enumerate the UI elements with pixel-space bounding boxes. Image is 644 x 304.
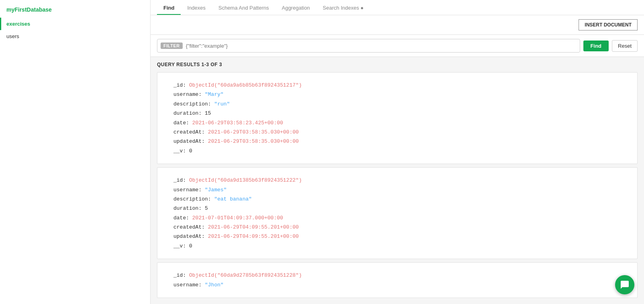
toolbar: INSERT DOCUMENT — [151, 15, 644, 35]
doc-field-createdAt: createdAt: 2021-06-29T03:58:35.030+00:00 — [173, 128, 628, 137]
doc-field-__v: __v: 0 — [173, 146, 628, 156]
filter-badge: FILTER — [161, 43, 183, 49]
insert-document-button[interactable]: INSERT DOCUMENT — [579, 19, 638, 30]
query-results-range: 1-3 OF 3 — [202, 62, 222, 67]
field-key: description: — [173, 101, 214, 107]
sidebar-item-exercises[interactable]: exercises — [0, 18, 150, 30]
doc-field-_id: _id: ObjectId("60da9a6b85b63f8924351217"… — [173, 81, 628, 90]
field-key: updatedAt: — [173, 233, 208, 239]
sidebar-item-users[interactable]: users — [0, 30, 150, 43]
doc-field-duration: duration: 5 — [173, 204, 628, 213]
field-key: createdAt: — [173, 129, 208, 135]
tab-bar: Find Indexes Schema And Patterns Aggrega… — [151, 0, 644, 15]
field-value-username: "James" — [205, 187, 227, 193]
doc-field-_id: _id: ObjectId("60da9d2785b63f8924351228"… — [173, 271, 628, 280]
doc-field-updatedAt: updatedAt: 2021-06-29T03:58:35.030+00:00 — [173, 137, 628, 146]
field-key: _id: — [173, 272, 189, 278]
sidebar-db-name[interactable]: myFirstDatabase — [0, 3, 150, 18]
document-card: _id: ObjectId("60da9d1385b63f8924351222"… — [157, 167, 638, 259]
tab-aggregation[interactable]: Aggregation — [275, 2, 316, 15]
field-value-updatedAt: 2021-06-29T04:09:55.201+00:00 — [208, 233, 299, 239]
field-key: date: — [173, 215, 192, 221]
doc-field-description: description: "eat banana" — [173, 195, 628, 204]
tab-find[interactable]: Find — [157, 2, 181, 15]
field-key: description: — [173, 196, 214, 202]
field-value-date: 2021-07-01T04:09:37.000+00:00 — [192, 215, 283, 221]
filter-input[interactable] — [186, 43, 577, 49]
field-value-date: 2021-06-29T03:58:23.425+00:00 — [192, 120, 283, 126]
field-value-__v: 0 — [189, 243, 192, 249]
field-key: updatedAt: — [173, 138, 208, 144]
chat-bubble[interactable] — [615, 275, 634, 294]
sidebar: myFirstDatabase exercises users — [0, 0, 151, 304]
results-area: QUERY RESULTS 1-3 OF 3 _id: ObjectId("60… — [151, 57, 644, 304]
field-key: __v: — [173, 148, 189, 154]
field-key: _id: — [173, 177, 189, 183]
field-value-duration: 15 — [205, 110, 211, 116]
field-key: duration: — [173, 205, 205, 211]
field-key: date: — [173, 120, 192, 126]
field-value-createdAt: 2021-06-29T03:58:35.030+00:00 — [208, 129, 299, 135]
field-key: username: — [173, 91, 205, 97]
document-card: _id: ObjectId("60da9a6b85b63f8924351217"… — [157, 72, 638, 164]
field-value-description: "eat banana" — [214, 196, 252, 202]
field-key: _id: — [173, 82, 189, 88]
doc-field-date: date: 2021-06-29T03:58:23.425+00:00 — [173, 118, 628, 128]
reset-button[interactable]: Reset — [612, 40, 638, 52]
filter-search-wrap: FILTER — [157, 39, 580, 53]
field-value-__v: 0 — [189, 148, 192, 154]
field-value-updatedAt: 2021-06-29T03:58:35.030+00:00 — [208, 138, 299, 144]
document-card: _id: ObjectId("60da9d2785b63f8924351228"… — [157, 262, 638, 298]
doc-field-username: username: "Jhon" — [173, 280, 628, 290]
doc-field-createdAt: createdAt: 2021-06-29T04:09:55.201+00:00 — [173, 223, 628, 232]
field-value-_id: ObjectId("60da9d2785b63f8924351228") — [189, 272, 302, 278]
field-value-createdAt: 2021-06-29T04:09:55.201+00:00 — [208, 224, 299, 230]
tab-indexes[interactable]: Indexes — [181, 2, 212, 15]
field-key: username: — [173, 187, 205, 193]
field-value-description: "run" — [214, 101, 230, 107]
filter-bar: FILTER Find Reset — [151, 35, 644, 57]
query-results-label: QUERY RESULTS 1-3 OF 3 — [157, 62, 638, 67]
field-key: username: — [173, 282, 205, 288]
field-key: createdAt: — [173, 224, 208, 230]
field-value-_id: ObjectId("60da9a6b85b63f8924351217") — [189, 82, 302, 88]
doc-field-__v: __v: 0 — [173, 241, 628, 251]
doc-field-duration: duration: 15 — [173, 109, 628, 118]
doc-field-updatedAt: updatedAt: 2021-06-29T04:09:55.201+00:00 — [173, 232, 628, 241]
field-value-duration: 5 — [205, 205, 208, 211]
tab-search-indexes[interactable]: Search Indexes ● — [316, 2, 370, 15]
doc-field-username: username: "James" — [173, 185, 628, 195]
field-value-username: "Jhon" — [205, 282, 224, 288]
field-key: duration: — [173, 110, 205, 116]
main-content: Find Indexes Schema And Patterns Aggrega… — [151, 0, 644, 304]
field-value-_id: ObjectId("60da9d1385b63f8924351222") — [189, 177, 302, 183]
chat-icon — [620, 280, 630, 290]
doc-field-date: date: 2021-07-01T04:09:37.000+00:00 — [173, 213, 628, 223]
doc-field-_id: _id: ObjectId("60da9d1385b63f8924351222"… — [173, 176, 628, 185]
field-key: __v: — [173, 243, 189, 249]
doc-field-username: username: "Mary" — [173, 90, 628, 99]
field-value-username: "Mary" — [205, 91, 224, 97]
doc-field-description: description: "run" — [173, 99, 628, 109]
find-button[interactable]: Find — [583, 41, 609, 51]
tab-schema[interactable]: Schema And Patterns — [212, 2, 275, 15]
query-results-prefix: QUERY RESULTS — [157, 62, 202, 67]
documents-container: _id: ObjectId("60da9a6b85b63f8924351217"… — [157, 72, 638, 298]
